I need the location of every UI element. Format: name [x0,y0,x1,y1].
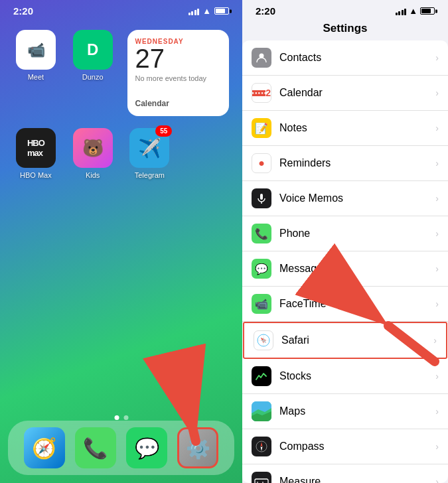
cal-name: Calendar [135,99,222,108]
reminders-label: Reminders [279,157,435,169]
wifi-icon-right: ▲ [409,6,417,16]
status-bar-right: 2:20 ▲ [242,0,448,19]
cal-event: No more events today [135,74,222,82]
status-icons-left: ▲ [188,6,229,16]
settings-item-maps[interactable]: Maps › [242,394,448,429]
status-bar-left: 2:20 ▲ [0,0,242,19]
messages-chevron: › [435,263,439,274]
contacts-label: Contacts [279,52,435,64]
calendar-label: Calendar [279,87,435,99]
settings-item-voicememos[interactable]: Voice Memos › [242,181,448,216]
notes-icon: 📝 [252,118,271,138]
svg-text:📹: 📹 [27,41,45,59]
stocks-label: Stocks [279,370,435,382]
maps-icon [252,401,271,421]
settings-list: Contacts › ●●●●●●● 27 Calendar › 📝 Notes… [242,40,448,483]
dock-whatsapp[interactable]: 💬 [126,427,167,468]
page-dots [114,415,128,420]
hbomax-label: HBO Max [20,171,52,179]
settings-title: Settings [242,19,448,40]
svg-marker-16 [261,447,263,451]
compass-chevron: › [435,441,439,452]
stocks-chevron: › [435,371,439,381]
meet-label: Meet [28,73,44,81]
battery-icon-left [214,7,229,15]
app-grid: 📹 Meet D Dunzo WEDNESDAY 27 No more even… [0,19,242,190]
phone-label: Phone [279,228,435,240]
svg-rect-5 [260,194,263,200]
voicememos-label: Voice Memos [279,192,435,204]
calendar-chevron: › [435,88,439,98]
battery-icon-right [420,7,435,15]
settings-item-stocks[interactable]: Stocks › [242,359,448,394]
cal-date: 27 [135,45,222,72]
settings-item-facetime[interactable]: 📹 FaceTime › [242,287,448,322]
compass-label: Compass [279,441,435,452]
safari-label: Safari [281,334,433,346]
telegram-label: Telegram [135,171,165,179]
svg-marker-15 [261,442,263,447]
dock-phone[interactable]: 📞 [75,427,116,468]
settings-item-notes[interactable]: 📝 Notes › [242,111,448,146]
app-hbomax[interactable]: HBOmax HBO Max [13,128,58,179]
dock: 🧭 📞 💬 ⚙️ [8,421,234,475]
app-kids[interactable]: 🐻 Kids [70,128,115,179]
calendar-icon: ●●●●●●● 27 [252,83,271,103]
settings-item-compass[interactable]: Compass › [242,429,448,464]
settings-item-contacts[interactable]: Contacts › [242,40,448,76]
hbomax-icon: HBOmax [16,128,56,168]
phone-icon: 📞 [252,224,271,243]
settings-item-reminders[interactable]: ● Reminders › [242,146,448,181]
measure-icon [252,472,271,483]
page-dot-1 [114,415,119,420]
messages-icon: 💬 [252,259,271,279]
facetime-label: FaceTime [279,298,435,310]
signal-icon [188,7,200,15]
meet-icon: 📹 [16,30,56,70]
safari-chevron: › [433,335,437,346]
facetime-icon: 📹 [252,294,271,314]
messages-label: Messages [279,263,435,275]
dunzo-icon: D [73,30,113,70]
home-screen: 2:20 ▲ 📹 Meet [0,0,242,483]
settings-panel: 2:20 ▲ Settings Contacts › [242,0,448,483]
settings-item-safari[interactable]: Safari › [243,322,447,359]
settings-item-measure[interactable]: Measure › [242,464,448,483]
voicememos-icon [252,188,271,208]
app-telegram[interactable]: ✈️ 55 Telegram [127,128,173,179]
dock-settings[interactable]: ⚙️ [177,427,218,468]
dunzo-label: Dunzo [82,73,104,81]
stocks-icon [252,366,271,386]
status-icons-right: ▲ [396,6,435,16]
telegram-icon: ✈️ 55 [129,128,169,168]
notes-chevron: › [435,123,439,133]
contacts-chevron: › [435,52,439,63]
reminders-icon: ● [252,153,271,173]
time-right: 2:20 [256,5,275,17]
telegram-badge: 55 [155,125,172,137]
settings-item-calendar[interactable]: ●●●●●●● 27 Calendar › [242,76,448,111]
settings-item-messages[interactable]: 💬 Messages › [242,251,448,287]
signal-icon-right [396,7,407,15]
measure-chevron: › [435,476,439,483]
page-dot-2 [123,415,128,420]
facetime-chevron: › [435,299,439,309]
measure-label: Measure [279,476,435,483]
reminders-chevron: › [435,158,439,169]
app-dunzo[interactable]: D Dunzo [70,30,115,116]
voicememos-chevron: › [435,193,439,204]
dock-safari[interactable]: 🧭 [24,427,65,468]
wifi-icon-left: ▲ [202,6,211,16]
maps-label: Maps [279,405,435,417]
compass-icon [252,437,271,456]
notes-label: Notes [279,122,435,134]
kids-icon: 🐻 [73,128,113,168]
safari-icon [254,330,273,350]
settings-item-phone[interactable]: 📞 Phone › [242,216,448,251]
phone-chevron: › [435,228,439,239]
app-meet[interactable]: 📹 Meet [13,30,58,116]
kids-label: Kids [86,171,100,179]
svg-rect-17 [255,479,268,483]
time-left: 2:20 [13,5,33,17]
calendar-widget[interactable]: WEDNESDAY 27 No more events today Calend… [127,30,230,116]
